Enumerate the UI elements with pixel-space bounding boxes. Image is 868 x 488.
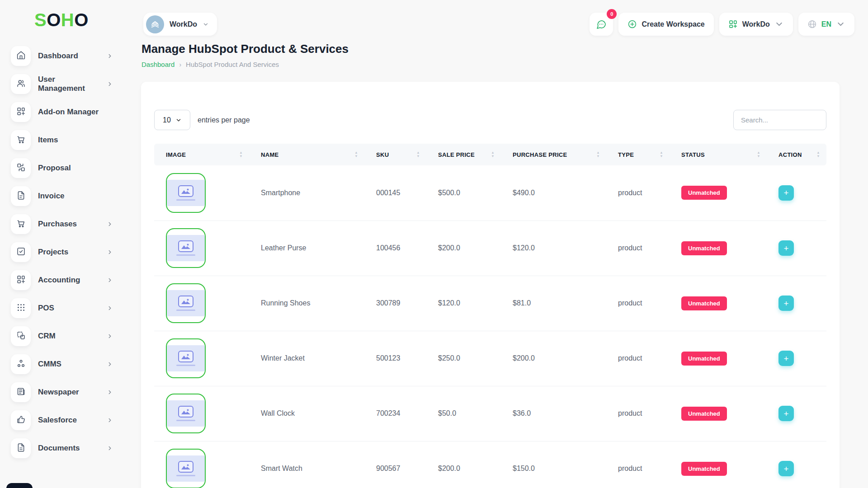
entries-per-page-label: entries per page [198,116,250,124]
sort-arrows[interactable]: ▲▼ [239,151,243,158]
grid-plus-icon [728,19,738,29]
product-image-placeholder [166,173,206,213]
sidebar: SOHO Dashboard User Management Add-on Ma… [0,0,141,488]
sidebar-item-label: POS [38,304,99,313]
status-badge: Unmatched [681,407,727,421]
app-switcher-button[interactable]: WorkDo [719,13,793,36]
column-header-action: ACTION ▲▼ [767,144,826,165]
chevron-down-icon [836,19,845,29]
breadcrumb-dashboard-link[interactable]: Dashboard [142,61,175,68]
image-placeholder-icon [178,296,193,307]
sidebar-item-documents[interactable]: Documents [11,434,113,462]
chevron-right-icon [107,249,113,255]
sidebar-item-user-management[interactable]: User Management [11,70,113,98]
cell-purchase-price: $150.0 [501,441,606,488]
table-row: Leather Purse 100456 $200.0 $120.0 produ… [154,221,826,276]
image-placeholder-icon [178,351,193,362]
sort-arrows[interactable]: ▲▼ [596,151,600,158]
main-content: WorkDo 0 Create Workspace [141,0,868,488]
column-header-sale-price: SALE PRICE ▲▼ [426,144,501,165]
building-icon [146,15,164,33]
add-action-button[interactable]: + [778,406,794,421]
search-input[interactable] [733,110,826,130]
chevron-down-icon [774,19,784,29]
column-header-status: STATUS ▲▼ [670,144,767,165]
sidebar-item-newspaper[interactable]: Newspaper [11,378,113,406]
sidebar-item-pos[interactable]: POS [11,294,113,322]
cell-purchase-price: $490.0 [501,165,606,221]
sidebar-item-cmms[interactable]: CMMS [11,350,113,378]
product-image-placeholder [166,338,206,378]
entries-per-page-select[interactable]: 10 [154,110,190,130]
cell-name: Smartphone [249,165,364,221]
breadcrumb: Dashboard › HubSpot Product And Services [142,61,868,68]
users-icon [11,74,31,94]
sidebar-item-label: Items [38,136,99,145]
sidebar-footer-chip[interactable] [6,483,33,488]
frame-icon [11,326,31,346]
sidebar-item-label: User Management [38,75,99,93]
workspace-selector[interactable]: WorkDo [143,13,217,36]
create-workspace-button[interactable]: Create Workspace [618,13,713,36]
logo-letter: O [47,10,61,30]
sort-arrows[interactable]: ▲▼ [416,151,420,158]
sidebar-item-invoice[interactable]: Invoice [11,182,113,210]
sidebar-item-items[interactable]: Items [11,126,113,154]
chevron-right-icon [107,53,113,59]
sidebar-item-projects[interactable]: Projects [11,238,113,266]
status-badge: Unmatched [681,296,727,310]
sidebar-item-add-on-manager[interactable]: Add-on Manager [11,98,113,126]
cell-name: Leather Purse [249,221,364,276]
sidebar-item-crm[interactable]: CRM [11,322,113,350]
sidebar-item-label: Add-on Manager [38,108,99,117]
cell-sale-price: $120.0 [426,276,501,331]
sort-arrows[interactable]: ▲▼ [354,151,358,158]
sort-arrows[interactable]: ▲▼ [491,151,495,158]
invoice-icon [11,186,31,206]
cell-sku: 900567 [364,441,426,488]
chevron-right-icon [107,277,113,283]
table-controls: 10 entries per page [154,110,826,130]
sidebar-item-salesforce[interactable]: Salesforce [11,406,113,434]
add-action-button[interactable]: + [778,296,794,311]
chevron-right-icon [107,361,113,367]
cart-icon [11,214,31,234]
status-badge: Unmatched [681,462,727,476]
cell-purchase-price: $200.0 [501,331,606,386]
chevron-down-icon [203,21,209,28]
messages-button[interactable]: 0 [590,13,613,36]
sort-arrows[interactable]: ▲▼ [660,151,663,158]
status-badge: Unmatched [681,186,727,200]
cell-purchase-price: $36.0 [501,386,606,441]
cell-sku: 300789 [364,276,426,331]
grid-plus-icon [11,102,31,122]
sidebar-item-proposal[interactable]: Proposal [11,154,113,182]
table-header: IMAGE ▲▼ NAME ▲▼ SKU ▲▼ SALE PRICE ▲▼ PU… [154,144,826,165]
sidebar-item-label: CRM [38,332,99,341]
image-placeholder-icon [178,185,193,197]
status-badge: Unmatched [681,241,727,255]
language-selector[interactable]: EN [798,13,854,36]
column-header-name: NAME ▲▼ [249,144,364,165]
dots-grid-icon [11,298,31,318]
add-action-button[interactable]: + [778,185,794,201]
sort-arrows[interactable]: ▲▼ [757,151,760,158]
cell-sku: 100456 [364,221,426,276]
sidebar-item-accounting[interactable]: Accounting [11,266,113,294]
products-table: IMAGE ▲▼ NAME ▲▼ SKU ▲▼ SALE PRICE ▲▼ PU… [154,144,826,488]
cell-sale-price: $50.0 [426,386,501,441]
sidebar-item-purchases[interactable]: Purchases [11,210,113,238]
products-card: 10 entries per page IMAGE ▲▼ NAME ▲▼ SKU… [141,82,840,488]
add-action-button[interactable]: + [778,351,794,366]
sort-arrows[interactable]: ▲▼ [816,151,820,158]
column-header-sku: SKU ▲▼ [364,144,426,165]
sidebar-item-dashboard[interactable]: Dashboard [11,42,113,70]
table-row: Running Shoes 300789 $120.0 $81.0 produc… [154,276,826,331]
table-body: Smartphone 000145 $500.0 $490.0 product … [154,165,826,488]
cell-sale-price: $500.0 [426,165,501,221]
add-action-button[interactable]: + [778,240,794,256]
status-badge: Unmatched [681,352,727,366]
messages-count-badge: 0 [607,9,617,19]
breadcrumb-current: HubSpot Product And Services [186,61,279,68]
add-action-button[interactable]: + [778,461,794,476]
